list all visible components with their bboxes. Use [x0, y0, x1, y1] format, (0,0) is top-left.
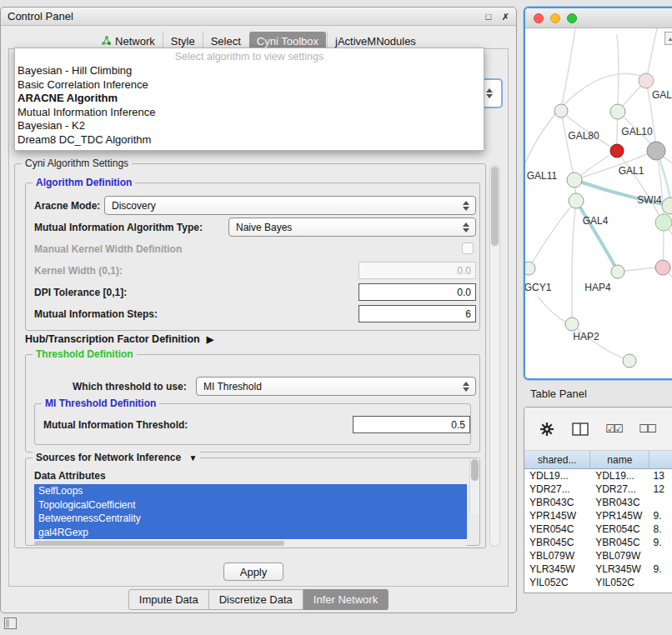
- table-cell: YDL19...: [590, 469, 649, 482]
- updown-arrows-icon: [463, 201, 470, 211]
- table-row[interactable]: YIL052CYIL052C: [524, 576, 672, 589]
- checked-boxes-icon: ☑☑: [605, 422, 621, 435]
- network-canvas[interactable]: GAL80GAL10GAL11GAL1SWI4GAL4GCY1HAP4HAP2G…: [525, 28, 672, 378]
- network-node[interactable]: [655, 260, 670, 275]
- table-row[interactable]: YPR145WYPR145W9.: [524, 509, 672, 522]
- node-label: GAL4: [583, 215, 609, 227]
- attribute-list[interactable]: SelfLoopsTopologicalCoefficientBetweenne…: [34, 484, 467, 540]
- network-edge[interactable]: [646, 28, 657, 81]
- aracne-mode-label: Aracne Mode:: [34, 200, 100, 212]
- sources-expander[interactable]: Sources for Network Inference ▼: [33, 452, 200, 463]
- close-panel-icon[interactable]: ✗: [502, 12, 509, 22]
- network-edge[interactable]: [538, 297, 566, 322]
- tab-impute-data[interactable]: Impute Data: [128, 589, 209, 610]
- algorithm-dropdown-menu: Select algorithm to view settings Bayesi…: [14, 48, 484, 151]
- close-traffic-light[interactable]: [534, 13, 544, 23]
- network-node[interactable]: [639, 73, 654, 88]
- menu-item-aracne-algorithm[interactable]: ARACNE Algorithm: [15, 92, 484, 106]
- mi-threshold-label: Mutual Information Threshold:: [43, 419, 188, 431]
- panel-restore-icon[interactable]: [4, 618, 17, 629]
- table-row[interactable]: YBR045CYBR045C9.: [524, 536, 672, 549]
- network-node[interactable]: [611, 265, 624, 278]
- dpi-tolerance-input[interactable]: [359, 283, 476, 301]
- mi-steps-input[interactable]: [359, 305, 476, 322]
- attribute-list-scrollbar[interactable]: [469, 458, 479, 514]
- network-node[interactable]: [554, 104, 568, 118]
- network-node[interactable]: [525, 262, 535, 275]
- node-label: HAP4: [584, 282, 611, 293]
- which-threshold-select[interactable]: MI Threshold: [196, 377, 476, 396]
- network-edge[interactable]: [617, 151, 659, 217]
- table-row[interactable]: YDR27...YDR27...12: [524, 482, 672, 496]
- column-header-col2[interactable]: [649, 451, 672, 468]
- tab-label: jActiveMNodules: [335, 35, 416, 48]
- which-threshold-value: MI Threshold: [203, 381, 262, 392]
- kernel-width-label: Kernel Width (0,1):: [34, 265, 123, 277]
- network-node[interactable]: [647, 142, 665, 160]
- scroll-up-icon[interactable]: ▲: [664, 32, 672, 45]
- network-node[interactable]: [610, 144, 624, 158]
- aracne-mode-select[interactable]: Discovery: [104, 196, 476, 215]
- network-node[interactable]: [655, 214, 672, 231]
- network-edge[interactable]: [529, 206, 572, 268]
- table-row[interactable]: YDL19...YDL19...13: [524, 469, 672, 482]
- table-row[interactable]: YBL079WYBL079W: [524, 549, 672, 562]
- mi-threshold-input[interactable]: [353, 416, 470, 433]
- tab-discretize-data[interactable]: Discretize Data: [209, 589, 303, 610]
- minimize-traffic-light[interactable]: [550, 13, 560, 23]
- network-edge[interactable]: [525, 73, 640, 170]
- threshold-definition-group: Threshold Definition Which threshold to …: [25, 354, 480, 452]
- column-header-shared[interactable]: shared...: [524, 451, 590, 468]
- table-cell: YIL052C: [524, 576, 590, 589]
- column-header-name[interactable]: name: [590, 451, 649, 468]
- mi-type-label: Mutual Information Algorithm Type:: [34, 222, 203, 233]
- table-settings-button[interactable]: [536, 418, 558, 440]
- attribute-gal4rgexp[interactable]: gal4RGexp: [34, 526, 467, 540]
- hub-definition-label: Hub/Transcription Factor Definition: [25, 333, 200, 345]
- select-all-rows-button[interactable]: ☑☑: [603, 418, 624, 440]
- network-window-titlebar[interactable]: [525, 8, 672, 28]
- control-panel-titlebar[interactable]: Control Panel □ ✗: [1, 8, 516, 26]
- table-cell: [649, 496, 672, 509]
- node-label: HAP2: [573, 331, 599, 342]
- menu-item-basic-correlation-inference[interactable]: Basic Correlation Inference: [15, 78, 484, 92]
- network-node[interactable]: [610, 104, 625, 119]
- network-node[interactable]: [565, 318, 579, 331]
- menu-item-mutual-information-inference[interactable]: Mutual Information Inference: [15, 106, 484, 120]
- float-panel-icon[interactable]: □: [486, 12, 492, 22]
- menu-item-bayesian-k2[interactable]: Bayesian - K2: [15, 119, 484, 133]
- table-cell: YIL052C: [590, 576, 649, 589]
- table-row[interactable]: YER054CYER054C8.: [524, 522, 672, 536]
- network-node[interactable]: [567, 172, 582, 188]
- show-columns-button[interactable]: [569, 418, 591, 440]
- attribute-list-hscrollbar[interactable]: [34, 541, 467, 546]
- table-row[interactable]: YLR345WYLR345W9.: [524, 562, 672, 576]
- deselect-all-rows-button[interactable]: ☐☐: [636, 418, 658, 440]
- table-row[interactable]: YBR043CYBR043C: [524, 496, 672, 509]
- threshold-definition-title: Threshold Definition: [33, 348, 137, 360]
- hub-definition-expander[interactable]: Hub/Transcription Factor Definition ▶: [25, 333, 213, 345]
- network-node[interactable]: [569, 193, 584, 208]
- table-toolbar: ☑☑ ☐☐: [524, 408, 672, 451]
- table-cell: YBR045C: [524, 536, 590, 549]
- updown-arrows-icon: [463, 222, 470, 232]
- menu-item-dream8-dc-tdc-algorithm[interactable]: Dream8 DC_TDC Algorithm: [15, 133, 484, 148]
- apply-button[interactable]: Apply: [223, 562, 283, 581]
- network-edge[interactable]: [617, 35, 619, 105]
- network-edge[interactable]: [576, 201, 615, 267]
- attribute-selfloops[interactable]: SelfLoops: [34, 484, 467, 498]
- expand-down-icon: ▼: [188, 453, 197, 462]
- tab-infer-network[interactable]: Infer Network: [303, 589, 389, 610]
- table-body: YDL19...YDL19...13YDR27...YDR27...12YBR0…: [524, 469, 672, 589]
- menu-item-bayesian-hill-climbing[interactable]: Bayesian - Hill Climbing: [15, 64, 484, 78]
- mi-algorithm-type-select[interactable]: Naive Bayes: [228, 218, 476, 237]
- attribute-betweennesscentrality[interactable]: BetweennessCentrality: [34, 512, 467, 526]
- network-edge[interactable]: [572, 201, 576, 318]
- table-cell: YBR043C: [524, 496, 590, 509]
- zoom-traffic-light[interactable]: [567, 13, 577, 23]
- manual-kernel-checkbox[interactable]: [462, 242, 474, 254]
- attribute-topologicalcoefficient[interactable]: TopologicalCoefficient: [34, 498, 467, 512]
- network-node[interactable]: [623, 354, 636, 368]
- network-edge[interactable]: [562, 28, 575, 105]
- settings-scrollbar[interactable]: [489, 165, 500, 547]
